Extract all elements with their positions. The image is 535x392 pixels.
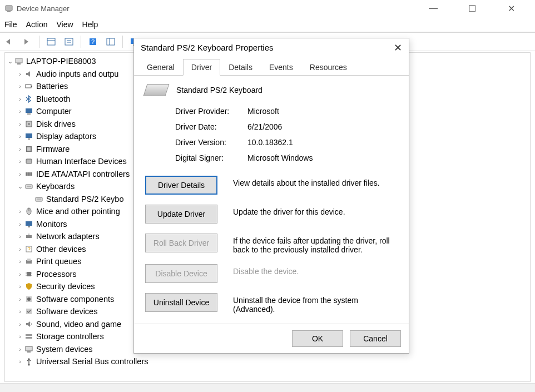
expand-icon[interactable]: › bbox=[16, 305, 24, 318]
help-icon[interactable]: ? bbox=[86, 34, 100, 49]
svg-rect-37 bbox=[28, 226, 30, 227]
softdev-icon bbox=[24, 306, 34, 316]
expand-icon[interactable]: › bbox=[16, 230, 24, 243]
tree-item-label: Keyboards bbox=[36, 180, 75, 193]
expand-icon[interactable]: › bbox=[16, 93, 24, 106]
scan-icon[interactable] bbox=[62, 34, 76, 49]
tree-item-label: Other devices bbox=[36, 243, 86, 256]
show-hide-icon[interactable] bbox=[44, 34, 58, 49]
uninstall-device-desc: Uninstall the device from the system (Ad… bbox=[233, 293, 398, 314]
tree-item-label: Bluetooth bbox=[36, 93, 70, 106]
update-driver-button[interactable]: Update Driver bbox=[145, 205, 217, 224]
dialog-title-bar: Standard PS/2 Keyboard Properties ✕ bbox=[134, 38, 409, 57]
back-icon[interactable] bbox=[2, 34, 17, 49]
expand-icon[interactable]: › bbox=[16, 143, 24, 156]
expand-icon[interactable]: › bbox=[16, 318, 24, 331]
root-label: LAPTOP-PIE88003 bbox=[26, 55, 96, 68]
window-controls: — ☐ ✕ bbox=[420, 3, 531, 14]
svg-rect-55 bbox=[27, 351, 31, 353]
driver-details-button[interactable]: Driver Details bbox=[145, 176, 217, 195]
svg-point-50 bbox=[27, 297, 31, 301]
dialog-footer: OK Cancel bbox=[134, 324, 409, 353]
expand-icon[interactable]: › bbox=[16, 255, 24, 268]
bluetooth-icon bbox=[24, 94, 34, 104]
menu-action[interactable]: Action bbox=[26, 20, 48, 29]
dialog-body: Standard PS/2 Keyboard Driver Provider: … bbox=[134, 76, 409, 324]
svg-rect-15 bbox=[26, 85, 31, 88]
expand-icon[interactable]: › bbox=[16, 168, 24, 181]
date-value: 6/21/2006 bbox=[247, 122, 398, 131]
sound-icon bbox=[24, 319, 34, 329]
svg-rect-17 bbox=[26, 108, 32, 113]
expand-icon[interactable]: › bbox=[16, 80, 24, 93]
version-value: 10.0.18362.1 bbox=[247, 138, 398, 147]
tab-driver[interactable]: Driver bbox=[183, 59, 220, 76]
expand-icon[interactable]: › bbox=[16, 293, 24, 306]
menu-help[interactable]: Help bbox=[82, 20, 98, 29]
svg-point-56 bbox=[28, 364, 29, 366]
computer-icon bbox=[14, 56, 24, 66]
svg-rect-51 bbox=[26, 309, 32, 314]
expand-icon[interactable]: › bbox=[16, 105, 24, 118]
expand-icon[interactable]: › bbox=[16, 155, 24, 168]
tree-item-label: Firmware bbox=[36, 143, 70, 156]
tree-item[interactable]: ›Universal Serial Bus controllers bbox=[16, 355, 529, 368]
ide-icon bbox=[24, 169, 34, 179]
svg-rect-9 bbox=[107, 38, 115, 45]
tree-item-label: Sound, video and game bbox=[36, 318, 121, 331]
svg-rect-21 bbox=[26, 133, 32, 138]
minimize-button[interactable]: — bbox=[420, 3, 446, 14]
svg-rect-38 bbox=[26, 235, 32, 238]
version-label: Driver Version: bbox=[175, 138, 247, 147]
tree-item-label: System devices bbox=[36, 343, 93, 356]
uninstall-device-button[interactable]: Uninstall Device bbox=[145, 293, 217, 312]
cancel-button[interactable]: Cancel bbox=[350, 330, 401, 347]
tree-item-label: Batteries bbox=[36, 80, 68, 93]
softcomp-icon bbox=[24, 294, 34, 304]
dialog-title: Standard PS/2 Keyboard Properties bbox=[141, 43, 273, 52]
tree-item-label: IDE ATA/ATAPI controllers bbox=[36, 168, 130, 181]
tab-events[interactable]: Events bbox=[261, 59, 301, 76]
tree-item-label: Disk drives bbox=[36, 118, 76, 131]
usb-icon bbox=[24, 356, 34, 366]
properties-dialog: Standard PS/2 Keyboard Properties ✕ Gene… bbox=[133, 38, 409, 354]
svg-rect-53 bbox=[26, 337, 32, 339]
expand-icon[interactable]: › bbox=[16, 130, 24, 143]
expand-icon[interactable]: › bbox=[16, 280, 24, 293]
dialog-tabs: General Driver Details Events Resources bbox=[134, 58, 409, 76]
expand-icon[interactable]: › bbox=[16, 205, 24, 218]
mouse-icon bbox=[24, 206, 34, 216]
expand-icon[interactable]: › bbox=[16, 268, 24, 281]
ok-button[interactable]: OK bbox=[292, 330, 343, 347]
update-driver-desc: Update the driver for this device. bbox=[233, 205, 398, 216]
svg-rect-52 bbox=[26, 334, 32, 336]
expand-icon[interactable]: › bbox=[16, 218, 24, 231]
close-button[interactable]: ✕ bbox=[498, 3, 524, 14]
tree-item-label: Network adapters bbox=[36, 230, 100, 243]
menu-view[interactable]: View bbox=[56, 20, 73, 29]
expand-icon[interactable]: › bbox=[16, 355, 24, 368]
expand-icon[interactable]: › bbox=[16, 68, 24, 81]
tab-general[interactable]: General bbox=[138, 59, 183, 76]
maximize-button[interactable]: ☐ bbox=[459, 3, 485, 14]
svg-rect-22 bbox=[28, 138, 30, 140]
processor-icon bbox=[24, 269, 34, 279]
tab-resources[interactable]: Resources bbox=[301, 59, 355, 76]
collapse-icon[interactable]: ⌄ bbox=[6, 55, 14, 68]
forward-icon[interactable] bbox=[20, 34, 34, 49]
expand-icon[interactable]: › bbox=[16, 243, 24, 256]
title-bar: Device Manager — ☐ ✕ bbox=[0, 0, 535, 17]
expand-icon[interactable]: › bbox=[16, 343, 24, 356]
tree-item-label: Software devices bbox=[36, 305, 97, 318]
expand-icon[interactable]: › bbox=[16, 118, 24, 131]
tree-item-label: Audio inputs and outpu bbox=[36, 68, 118, 81]
properties-icon[interactable] bbox=[103, 34, 118, 49]
svg-rect-4 bbox=[65, 38, 73, 45]
collapse-icon[interactable]: ⌄ bbox=[16, 180, 24, 193]
expand-icon[interactable]: › bbox=[16, 330, 24, 343]
tab-details[interactable]: Details bbox=[220, 59, 261, 76]
dialog-close-icon[interactable]: ✕ bbox=[394, 42, 402, 54]
menu-file[interactable]: File bbox=[4, 20, 17, 29]
tree-subitem-label: Standard PS/2 Keybo bbox=[46, 193, 123, 206]
disable-device-desc: Disable the device. bbox=[233, 264, 398, 276]
